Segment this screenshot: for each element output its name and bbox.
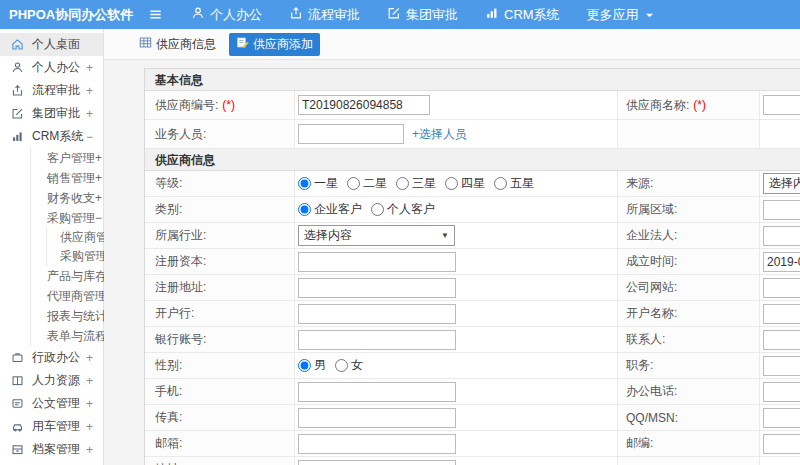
sidebar-item-group-approval[interactable]: 集团审批 + [0, 102, 103, 125]
row-mobile: 手机: 办公电话: [145, 379, 800, 405]
sidebar: 个人桌面 个人办公 + 流程审批 + 集团审批 + CRM系统 − 客户管理 + [0, 29, 104, 465]
contact-input[interactable] [763, 330, 800, 350]
sidebar-item-label: 代理商管理 [47, 288, 107, 305]
sidebar-item-label: 人力资源 [32, 372, 86, 389]
bank-account-input[interactable] [298, 330, 456, 350]
field-label: 供应商名称: (*) [618, 91, 760, 119]
field-label: 职务: [618, 353, 760, 378]
expand-plus[interactable]: + [95, 151, 102, 165]
choose-staff-link[interactable]: +选择人员 [412, 126, 467, 143]
sidebar-item-personal-desktop[interactable]: 个人桌面 [0, 33, 103, 56]
category-radio[interactable] [371, 203, 384, 216]
field-label: 等级: [145, 171, 295, 196]
email-input[interactable] [298, 434, 456, 454]
legal-person-input[interactable] [763, 226, 800, 246]
sidebar-item-vehicle-mgmt[interactable]: 用车管理 + [0, 415, 103, 438]
sidebar-item-admin-office[interactable]: 行政办公 + [0, 346, 103, 369]
sidebar-item-crm-system[interactable]: CRM系统 − [0, 125, 103, 148]
registered-capital-input[interactable] [298, 252, 456, 272]
expand-plus[interactable]: + [86, 420, 93, 434]
collapse-minus[interactable]: − [95, 211, 102, 225]
sidebar-item-label: 个人办公 [32, 59, 86, 76]
zip-input[interactable] [763, 434, 800, 454]
row-level: 等级: 一星 二星 三星 四星 五星 来源: [145, 171, 800, 197]
crm-submenu: 客户管理 + 销售管理 + 财务收支 + 采购管理 − 供应商管理 采购管理 [30, 148, 103, 346]
tab-bar: 供应商信息 供应商添加 [104, 29, 800, 60]
sidebar-item-hr[interactable]: 人力资源 + [0, 369, 103, 392]
job-title-input[interactable] [763, 356, 800, 376]
sidebar-item-form-flow-settings[interactable]: 表单与流程设置 + [31, 326, 103, 346]
level-radio[interactable] [396, 177, 409, 190]
expand-plus[interactable]: + [86, 61, 93, 75]
sidebar-item-supplier-mgmt[interactable]: 供应商管理 [47, 228, 103, 247]
tab-supplier-add[interactable]: 供应商添加 [229, 33, 320, 56]
level-radio[interactable] [445, 177, 458, 190]
bank-branch-input[interactable] [298, 304, 456, 324]
expand-plus[interactable]: + [86, 443, 93, 457]
sidebar-item-archive-mgmt[interactable]: 档案管理 + [0, 438, 103, 461]
sidebar-item-personal-office[interactable]: 个人办公 + [0, 56, 103, 79]
expand-plus[interactable]: + [86, 84, 93, 98]
expand-plus[interactable]: + [86, 351, 93, 365]
source-select[interactable]: 选择内容▼ [763, 173, 800, 194]
industry-select[interactable]: 选择内容▼ [298, 225, 455, 246]
sidebar-item-sales-mgmt[interactable]: 销售管理 + [31, 168, 103, 188]
website-input[interactable] [763, 278, 800, 298]
sidebar-item-label: 个人桌面 [32, 36, 93, 53]
sidebar-item-purchasing[interactable]: 采购管理 [47, 247, 103, 266]
sidebar-item-label: 公文管理 [32, 395, 86, 412]
supplier-code-input[interactable] [298, 95, 430, 115]
tab-label: 供应商信息 [156, 36, 216, 53]
sidebar-item-process-approval[interactable]: 流程审批 + [0, 79, 103, 102]
hamburger-menu-icon[interactable] [148, 7, 163, 22]
staff-input-disabled [298, 124, 404, 144]
established-date-input[interactable] [763, 252, 800, 272]
nav-label: 流程审批 [308, 6, 360, 24]
region-input[interactable] [763, 200, 800, 220]
expand-plus[interactable]: + [86, 397, 93, 411]
collapse-minus[interactable]: − [86, 130, 93, 144]
gender-radio[interactable] [335, 359, 348, 372]
nav-group-approval[interactable]: 集团审批 [387, 6, 458, 24]
nav-more-apps[interactable]: 更多应用 [587, 6, 659, 24]
field-label: 所属区域: [618, 197, 760, 222]
nav-personal-office[interactable]: 个人办公 [191, 6, 262, 24]
sidebar-item-finance[interactable]: 财务收支 + [31, 188, 103, 208]
field-label: 来源: [618, 171, 760, 196]
fax-input[interactable] [298, 408, 456, 428]
level-radio[interactable] [494, 177, 507, 190]
nav-label: 集团审批 [406, 6, 458, 24]
expand-plus[interactable]: + [95, 171, 102, 185]
sidebar-item-agent-mgmt[interactable]: 代理商管理 + [31, 286, 103, 306]
mobile-input[interactable] [298, 382, 456, 402]
field-label: 注册资本: [145, 249, 295, 274]
field-label: 注册地址: [145, 275, 295, 300]
sidebar-item-customer-mgmt[interactable]: 客户管理 + [31, 148, 103, 168]
qq-msn-input[interactable] [763, 408, 800, 428]
field-label: 业务人员: [145, 120, 295, 148]
sidebar-item-product-inventory[interactable]: 产品与库存 + [31, 266, 103, 286]
sidebar-item-label: 销售管理 [47, 170, 95, 187]
sidebar-item-label: CRM系统 [32, 128, 86, 145]
nav-crm-system[interactable]: CRM系统 [485, 6, 560, 24]
expand-plus[interactable]: + [86, 107, 93, 121]
sidebar-item-document-mgmt[interactable]: 公文管理 + [0, 392, 103, 415]
sidebar-item-reports[interactable]: 报表与统计 [31, 306, 103, 326]
field-label: 邮箱: [145, 431, 295, 456]
tab-supplier-info[interactable]: 供应商信息 [132, 33, 223, 56]
field-label: 办公电话: [618, 379, 760, 404]
expand-plus[interactable]: + [95, 191, 102, 205]
nav-process-approval[interactable]: 流程审批 [289, 6, 360, 24]
sidebar-item-purchase-mgmt[interactable]: 采购管理 − [31, 208, 103, 228]
share-up-icon [289, 6, 308, 23]
gender-radio[interactable] [298, 359, 311, 372]
account-name-input[interactable] [763, 304, 800, 324]
level-radio[interactable] [347, 177, 360, 190]
registered-address-input[interactable] [298, 278, 456, 298]
level-radio[interactable] [298, 177, 311, 190]
expand-plus[interactable]: + [86, 374, 93, 388]
address-input[interactable] [298, 460, 456, 465]
supplier-name-input[interactable] [763, 95, 800, 115]
category-radio[interactable] [298, 203, 311, 216]
office-phone-input[interactable] [763, 382, 800, 402]
